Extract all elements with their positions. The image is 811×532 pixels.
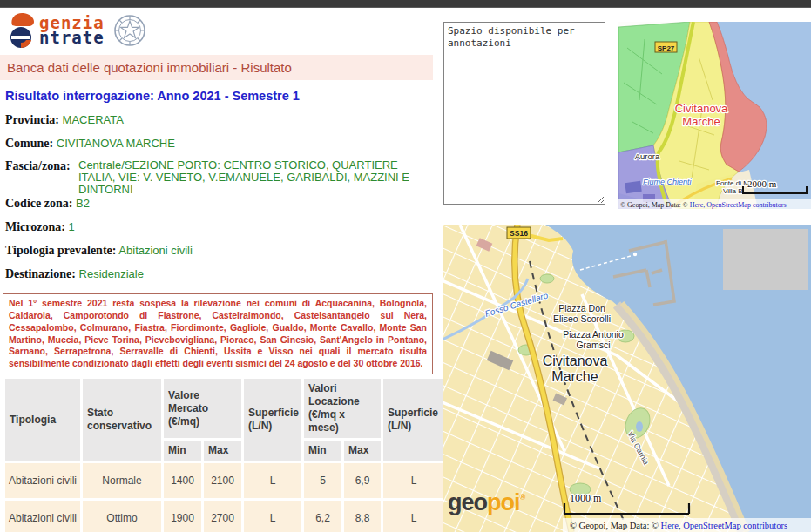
street-map[interactable]: SS16 Fosso Castellaro Piazza Don Eliseo … [443,225,811,532]
fascia-label: Fascia/zona: [5,159,78,196]
col-valori-locazione: Valori Locazione (€/mq x mese) [304,379,381,438]
villa-label: Villa B [723,187,743,195]
result-panel: genzia ntrate Banca dati delle quotazion… [0,7,436,532]
cell-superficie-2: L [383,463,444,498]
col-min-mercato: Min [164,441,201,461]
comune-label: Comune: [5,137,53,150]
zone-purple-block [625,181,641,193]
quotations-table: Tipologia Stato conservativo Valore Merc… [3,376,447,532]
logo-line2: ntrate [39,30,105,45]
svg-text:SS16: SS16 [510,229,528,238]
microzona-label: Microzona: [5,220,65,233]
agenzia-entrate-wordmark: genzia ntrate [39,10,105,45]
city-label: Civitanova [543,354,608,368]
cell-tipologia: Abitazioni civili [5,501,80,532]
cell-stato: Normale [83,463,161,498]
cell-stato: Ottimo [83,501,161,532]
city-label: Marche [682,115,720,128]
cell-tipologia: Abitazioni civili [5,463,80,498]
cell-superficie-2: L [383,501,444,532]
missing-tile [723,229,808,290]
cell-min-locazione: 5 [304,463,341,498]
field-codice-zona: Codice zona: B2 [5,197,436,210]
microzona-value: 1 [69,220,75,233]
map-attribution[interactable]: © Geopoi, Map Data: © Here, OpenStreetMa… [620,201,787,209]
field-comune: Comune: CIVITANOVA MARCHE [5,137,436,150]
cell-superficie-1: L [244,463,301,498]
field-provincia: Provincia: MACERATA [5,113,436,126]
cell-max-mercato: 2700 [204,501,241,532]
agenzia-entrate-mark-icon [7,10,37,51]
field-microzona: Microzona: 1 [5,220,436,233]
field-tipologia-prevalente: Tipologia prevalente: Abitazioni civili [5,244,436,257]
table-row: Abitazioni civili Normale 1400 2100 L 5 … [5,463,444,498]
tipologia-prevalente-label: Tipologia prevalente: [5,244,116,257]
result-fields: Provincia: MACERATA Comune: CIVITANOVA M… [5,113,436,280]
annotations-textarea[interactable]: Spazio disponibile per annotazioni [443,22,605,205]
city-label: Marche [551,369,598,384]
col-max-mercato: Max [204,441,241,461]
col-max-locazione: Max [344,441,381,461]
result-heading: Risultato interrogazione: Anno 2021 - Se… [5,89,436,103]
piazza-gramsci-label: Gramsci [576,340,610,350]
cell-max-locazione: 6,9 [344,463,381,498]
fascia-value: Centrale/SEZIONE PORTO: CENTRO STORICO, … [78,159,430,196]
svg-text:1000 m: 1000 m [570,492,602,504]
provincia-value: MACERATA [63,113,124,126]
buoy [633,253,637,256]
field-fascia-zona: Fascia/zona: Centrale/SEZIONE PORTO: CEN… [5,159,436,196]
cell-superficie-1: L [244,501,301,532]
tipologia-prevalente-value: Abitazioni civili [118,244,193,257]
agenzia-entrate-logo: genzia ntrate [7,10,436,52]
river-label: Fiume Chienti [643,178,693,186]
table-header-row: Tipologia Stato conservativo Valore Merc… [5,379,444,438]
piazza-gramsci-label: Piazza Antonio [563,329,624,340]
col-stato-conservativo: Stato conservativo [83,379,161,461]
italy-emblem-icon [110,10,150,51]
piazza-scorolli-label: Eliseo Scorolli [553,313,611,324]
svg-text:SP27: SP27 [658,44,675,52]
zone-map[interactable]: SP27 Civitanova Marche Aurora Fiume Chie… [618,22,811,209]
map-attribution[interactable]: © Geopoi, Map Data: © Here, OpenStreetMa… [570,521,787,530]
cell-min-locazione: 6,2 [304,501,341,532]
codice-zona-value: B2 [76,197,90,210]
aurora-label: Aurora [635,152,660,161]
col-valore-mercato: Valore Mercato (€/mq) [164,379,241,438]
sp27-badge: SP27 [655,42,677,52]
earthquake-notice: Nel 1° semestre 2021 resta sospesa la ri… [3,293,433,374]
cell-min-mercato: 1900 [164,501,201,532]
field-destinazione: Destinazione: Residenziale [5,267,436,280]
city-label: Civitanova [675,102,728,115]
piazza-scorolli-label: Piazza Don [558,303,605,313]
table-row: Abitazioni civili Ottimo 1900 2700 L 6,2… [5,501,444,532]
col-superficie-1: Superficie (L/N) [244,379,301,461]
geopoi-logo: geopoi® [448,489,526,515]
fonte-label: Fonte di M [716,179,749,187]
col-tipologia: Tipologia [5,379,80,461]
col-superficie-2: Superficie (L/N) [383,379,444,461]
destinazione-value: Residenziale [79,267,144,280]
cell-max-locazione: 8,8 [344,501,381,532]
cell-max-mercato: 2100 [204,463,241,498]
destinazione-label: Destinazione: [5,267,76,280]
comune-value: CIVITANOVA MARCHE [57,137,175,150]
codice-zona-label: Codice zona: [5,197,72,210]
col-min-locazione: Min [304,441,341,461]
svg-text:2000 m: 2000 m [747,178,777,189]
ss16-badge: SS16 [507,227,531,239]
cell-min-mercato: 1400 [164,463,201,498]
page-title: Banca dati delle quotazioni immobiliari … [0,55,433,80]
provincia-label: Provincia: [5,113,59,126]
pond [636,421,643,432]
